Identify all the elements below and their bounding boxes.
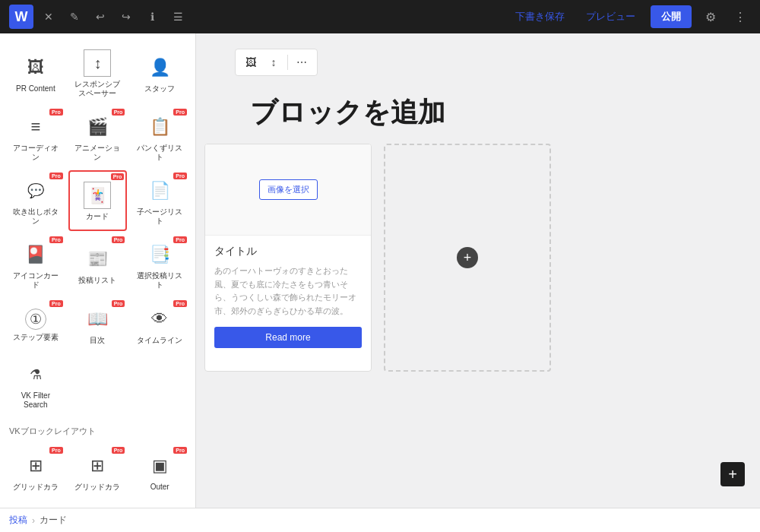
block-step[interactable]: Pro ① ステップ要素	[6, 298, 65, 351]
layout-section-label: VKブロックレイアウト	[6, 418, 189, 442]
block-icon-card[interactable]: Pro 🎴 アイコンカード	[6, 234, 65, 295]
block-staff[interactable]: 👤 スタッフ	[130, 43, 189, 103]
block-card-label: カード	[86, 212, 109, 221]
pro-badge: Pro	[173, 109, 187, 116]
breadcrumb-separator: ›	[32, 515, 35, 526]
block-step-label: ステップ要素	[13, 333, 59, 342]
block-grid-col-1[interactable]: Pro ⊞ グリッドカラ	[6, 445, 65, 498]
select-image-button[interactable]: 画像を選択	[259, 179, 318, 200]
block-grid-col-2[interactable]: Pro ⊞ グリッドカラ	[68, 445, 128, 498]
list-view-button[interactable]: ☰	[167, 6, 188, 27]
block-grid-col-1-label: グリッドカラ	[13, 483, 59, 492]
block-image-toolbar-btn[interactable]: 🖼	[240, 52, 261, 73]
block-child-page[interactable]: Pro 📄 子ページリスト	[130, 170, 189, 231]
block-icon-card-label: アイコンカード	[13, 271, 59, 290]
block-toc[interactable]: Pro 📖 目次	[68, 298, 128, 351]
block-accordion-label: アコーディオン	[13, 144, 59, 162]
wp-logo[interactable]: W	[9, 5, 33, 29]
child-page-icon: 📄	[146, 177, 173, 204]
block-grid-col-2-label: グリッドカラ	[74, 483, 120, 492]
staff-icon: 👤	[146, 54, 173, 81]
close-button[interactable]: ✕	[38, 6, 59, 27]
grid-col-1-icon: ⊞	[22, 452, 49, 480]
block-spacer-toolbar-btn[interactable]: ↕	[263, 52, 284, 73]
block-balloon-btn-label: 吹き出しボタン	[10, 207, 62, 226]
add-card-button[interactable]: +	[457, 247, 478, 268]
preview-button[interactable]: プレビュー	[580, 7, 641, 27]
card-body: タイトル あのイーハトーヴォのすきとおった風、夏でも底に冷たさをもつ青いそら、う…	[205, 236, 371, 357]
undo-button[interactable]: ↩	[90, 6, 111, 27]
block-timeline-label: タイムライン	[137, 336, 182, 345]
accordion-icon: ≡	[22, 113, 49, 141]
block-grid: 🖼 PR Content ↕ レスポンシブスペーサー 👤 スタッフ Pro ≡ …	[6, 43, 189, 498]
block-more-toolbar-btn[interactable]: ⋯	[291, 52, 312, 73]
info-button[interactable]: ℹ	[141, 6, 163, 27]
pro-badge: Pro	[111, 173, 125, 180]
card-item-1: 画像を選択 タイトル あのイーハトーヴォのすきとおった風、夏でも底に冷たさをもつ…	[204, 144, 372, 372]
card-title: タイトル	[214, 245, 362, 258]
block-staff-label: スタッフ	[144, 84, 175, 93]
top-bar-left: W ✕ ✎ ↩ ↪ ℹ ☰	[9, 5, 188, 29]
block-toolbar: 🖼 ↕ ⋯	[235, 49, 318, 76]
pro-badge: Pro	[49, 447, 63, 454]
pro-badge: Pro	[173, 300, 187, 307]
block-child-page-label: 子ページリスト	[137, 207, 182, 226]
block-panel-list-label: パンくずリスト	[137, 144, 182, 162]
block-select-post-list-label: 選択投稿リスト	[137, 271, 182, 290]
pro-badge: Pro	[173, 236, 187, 243]
draft-save-button[interactable]: 下書き保存	[509, 7, 571, 27]
pr-content-icon: 🖼	[22, 54, 49, 81]
block-toc-label: 目次	[90, 336, 105, 345]
step-icon: ①	[25, 309, 46, 330]
top-bar: W ✕ ✎ ↩ ↪ ℹ ☰ 下書き保存 プレビュー 公開 ⚙ ⋮	[0, 0, 760, 33]
breadcrumb-posts[interactable]: 投稿	[9, 514, 27, 527]
pro-badge: Pro	[173, 173, 187, 179]
top-bar-right: 下書き保存 プレビュー 公開 ⚙ ⋮	[509, 5, 751, 28]
block-vk-filter[interactable]: ⚗ VK FilterSearch	[6, 354, 65, 415]
block-card[interactable]: Pro 🃏 カード	[68, 170, 128, 231]
block-accordion[interactable]: Pro ≡ アコーディオン	[6, 106, 65, 167]
block-pr-content[interactable]: 🖼 PR Content	[6, 43, 65, 103]
block-post-list[interactable]: Pro 📰 投稿リスト	[68, 234, 128, 295]
block-outer-label: Outer	[150, 483, 169, 492]
pro-badge: Pro	[112, 109, 125, 116]
block-panel-list[interactable]: Pro 📋 パンくずリスト	[130, 106, 189, 167]
block-select-post-list[interactable]: Pro 📑 選択投稿リスト	[130, 234, 189, 295]
card-text: あのイーハトーヴォのすきとおった風、夏でも底に冷たさをもつ青いそら、うつくしい森…	[214, 264, 362, 318]
edit-icon-button[interactable]: ✎	[64, 6, 85, 27]
pro-badge: Pro	[112, 300, 125, 307]
more-options-button[interactable]: ⋮	[730, 7, 751, 27]
responsive-spacer-icon: ↕	[84, 49, 111, 77]
block-animation[interactable]: Pro 🎬 アニメーション	[68, 106, 128, 167]
toolbar-divider	[287, 55, 288, 70]
pro-badge: Pro	[49, 300, 63, 307]
animation-icon: 🎬	[84, 113, 111, 141]
read-more-button[interactable]: Read more	[214, 327, 362, 348]
block-balloon-btn[interactable]: Pro 💬 吹き出しボタン	[6, 170, 65, 231]
toolbar-row: 🖼 ↕ ⋯	[204, 49, 752, 85]
block-pr-content-label: PR Content	[16, 84, 55, 93]
card-placeholder: +	[384, 144, 551, 372]
pro-badge: Pro	[49, 236, 63, 243]
publish-button[interactable]: 公開	[651, 5, 692, 28]
page-title: ブロックを追加	[250, 94, 752, 131]
post-list-icon: 📰	[84, 245, 111, 273]
outer-icon: ▣	[146, 452, 173, 480]
redo-button[interactable]: ↪	[116, 6, 137, 27]
balloon-btn-icon: 💬	[22, 177, 49, 204]
select-post-list-icon: 📑	[146, 241, 173, 268]
block-responsive-spacer-label: レスポンシブスペーサー	[74, 80, 120, 98]
sidebar: 🖼 PR Content ↕ レスポンシブスペーサー 👤 スタッフ Pro ≡ …	[0, 33, 196, 508]
block-animation-label: アニメーション	[74, 144, 120, 162]
pro-badge: Pro	[49, 173, 63, 179]
settings-button[interactable]: ⚙	[701, 7, 720, 27]
pro-badge: Pro	[173, 447, 187, 454]
pro-badge: Pro	[49, 109, 63, 116]
add-block-floating-button[interactable]: +	[720, 462, 745, 486]
block-timeline[interactable]: Pro 👁 タイムライン	[130, 298, 189, 351]
block-responsive-spacer[interactable]: ↕ レスポンシブスペーサー	[68, 43, 128, 103]
block-post-list-label: 投稿リスト	[78, 276, 116, 285]
vk-filter-icon: ⚗	[22, 361, 49, 388]
block-outer[interactable]: Pro ▣ Outer	[130, 445, 189, 498]
card-image-area: 画像を選択	[205, 144, 371, 236]
